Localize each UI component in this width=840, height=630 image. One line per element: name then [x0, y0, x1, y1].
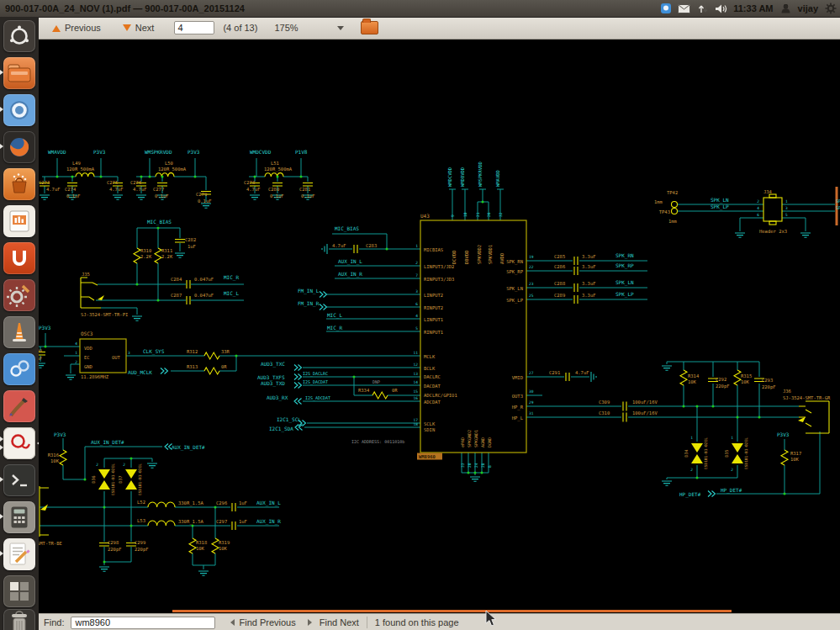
calculator-icon	[3, 501, 35, 533]
history-folder-button[interactable]	[361, 21, 378, 34]
svg-text:SPK_LN: SPK_LN	[711, 197, 729, 204]
svg-text:5: 5	[785, 213, 788, 217]
svg-text:SCLK: SCLK	[424, 421, 436, 426]
svg-text:P3V3: P3V3	[93, 149, 106, 155]
svg-text:10: 10	[463, 212, 468, 217]
svg-text:LINPUT3/JD2: LINPUT3/JD2	[424, 264, 454, 269]
svg-text:SPK_RN: SPK_RN	[615, 252, 634, 259]
up-arrow-icon	[52, 21, 61, 32]
window-title: 900-017-00A_24_NOV (1).pdf — 900-017-00A…	[5, 3, 245, 13]
svg-text:120R_500mA: 120R_500mA	[158, 167, 187, 172]
svg-text:24: 24	[474, 463, 478, 468]
dock-item-dash[interactable]	[3, 20, 35, 52]
svg-text:I2C1_SDA: I2C1_SDA	[269, 426, 293, 432]
wm8960-ic-box	[420, 220, 526, 453]
next-page-button[interactable]: Next	[118, 20, 160, 35]
svg-text:AUD3_RX: AUD3_RX	[267, 394, 288, 401]
svg-text:RINPUT2: RINPUT2	[424, 305, 443, 310]
svg-text:C291: C291	[549, 370, 560, 375]
svg-text:C285: C285	[554, 254, 565, 259]
dock-item-files[interactable]	[3, 57, 35, 89]
svg-text:R310: R310	[140, 248, 151, 253]
dock-item-ubuntu-one[interactable]	[3, 242, 35, 274]
svg-text:EC: EC	[84, 355, 90, 360]
svg-text:R315: R315	[741, 373, 752, 379]
svg-text:RINPUT3/JD3: RINPUT3/JD3	[424, 277, 454, 282]
dock-item-trash[interactable]	[3, 609, 35, 630]
svg-text:AUX_IN_DET#: AUX_IN_DET#	[172, 444, 205, 451]
network-arrows-icon[interactable]	[696, 3, 709, 15]
running-pip	[0, 437, 6, 442]
pdf-page-canvas[interactable]: WMAVDDP3V3L49120R_500mAC2734.7uFC2740.1u…	[39, 39, 840, 605]
mic-jack-j35	[81, 278, 101, 308]
zoom-select[interactable]: 175%	[269, 21, 348, 35]
dock-item-document-viewer[interactable]	[3, 427, 35, 459]
find-bar: Find: Find Previous Find Next 1 found on…	[39, 613, 840, 630]
svg-text:3: 3	[128, 351, 130, 355]
svg-text:ESD101-B1-02EL: ESD101-B1-02EL	[138, 463, 142, 495]
mouse-cursor	[483, 610, 500, 628]
dock-item-workspace-switcher[interactable]	[3, 575, 35, 607]
svg-text:L50: L50	[165, 161, 173, 166]
svg-text:P3V3: P3V3	[188, 149, 200, 155]
svg-text:C275: C275	[107, 180, 118, 185]
dock-item-libreoffice-impress[interactable]	[3, 205, 35, 237]
dock-item-terminal[interactable]	[3, 464, 35, 496]
svg-text:8: 8	[488, 465, 492, 468]
running-pip	[0, 70, 6, 75]
svg-text:L49: L49	[72, 161, 81, 166]
svg-text:25: 25	[529, 294, 534, 298]
svg-text:I2C ADDRESS: 0011010b: I2C ADDRESS: 0011010b	[351, 439, 404, 444]
svg-text:1: 1	[785, 199, 788, 204]
svg-text:12: 12	[414, 363, 419, 367]
svg-text:3: 3	[785, 206, 788, 210]
dock-item-firefox[interactable]	[3, 131, 35, 163]
page-number-input[interactable]	[174, 21, 214, 34]
workspace-grid-icon	[3, 575, 35, 607]
svg-text:SPKVDD2: SPKVDD2	[477, 245, 482, 264]
files-folder-icon	[3, 57, 35, 89]
dock-item-music[interactable]	[3, 353, 35, 385]
svg-text:SPK: SPK	[836, 199, 840, 204]
svg-text:MIC_L: MIC_L	[327, 312, 342, 319]
svg-text:SPKGND2: SPKGND2	[467, 430, 472, 447]
clock[interactable]: 11:33 AM	[733, 3, 773, 13]
svg-text:HP_R: HP_R	[512, 405, 524, 410]
svg-text:0.1uF: 0.1uF	[301, 193, 315, 199]
previous-page-button[interactable]: Previous	[47, 20, 106, 35]
dock-item-chromium[interactable]	[3, 94, 35, 126]
svg-text:6: 6	[757, 213, 759, 217]
svg-text:C292: C292	[716, 377, 726, 382]
svg-text:2.2K: 2.2K	[140, 254, 152, 259]
svg-text:4.7uF: 4.7uF	[109, 187, 124, 192]
dock-item-paint[interactable]	[3, 390, 35, 422]
dock-item-system-settings[interactable]	[3, 279, 35, 311]
session-user[interactable]: vijay	[798, 3, 818, 13]
dock-item-text-editor[interactable]	[3, 538, 35, 570]
dock-item-software-center[interactable]	[3, 168, 35, 200]
svg-text:2: 2	[757, 199, 759, 204]
svg-text:J34: J34	[763, 189, 773, 194]
svg-text:0R: 0R	[392, 388, 398, 393]
dock-item-calculator[interactable]	[3, 501, 35, 533]
svg-text:I2C1_SCL: I2C1_SCL	[277, 416, 301, 423]
chromium-icon	[3, 94, 35, 126]
svg-text:C286: C286	[554, 264, 565, 269]
mail-icon[interactable]	[678, 3, 690, 15]
svg-text:AUX_IN_R: AUX_IN_R	[338, 271, 362, 278]
find-next-button[interactable]: Find Next	[320, 617, 359, 627]
svg-text:10K: 10K	[688, 379, 697, 384]
dock-item-vlc[interactable]	[3, 316, 35, 348]
running-pip	[0, 514, 6, 519]
find-input[interactable]	[71, 617, 215, 629]
find-previous-button[interactable]: Find Previous	[239, 617, 295, 627]
capacitor-plates	[39, 183, 764, 547]
scrollbar-thumb[interactable]	[172, 610, 732, 612]
svg-text:120R_500mA: 120R_500mA	[66, 167, 95, 172]
svg-text:AVDD: AVDD	[499, 253, 505, 264]
volume-icon[interactable]	[715, 3, 727, 15]
gear-icon[interactable]	[824, 3, 837, 15]
horizontal-scrollbar[interactable]	[39, 605, 840, 613]
messaging-icon[interactable]	[659, 3, 672, 15]
running-pip	[0, 144, 6, 149]
